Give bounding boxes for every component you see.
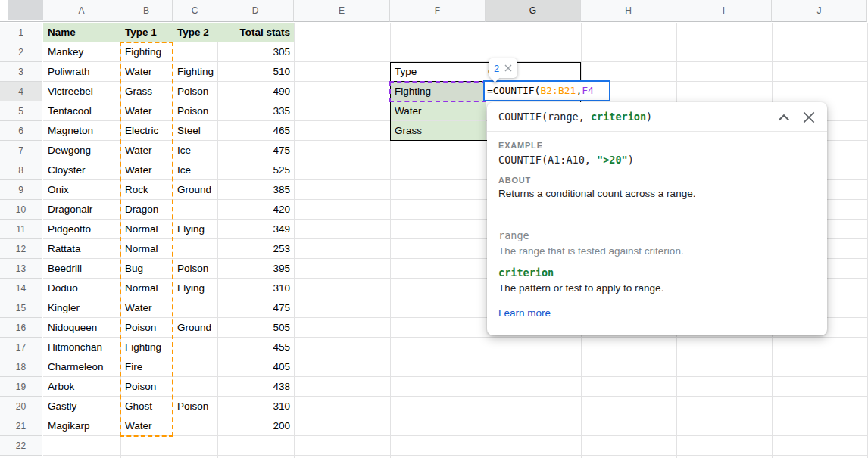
row-header-4[interactable]: 4 <box>0 82 42 101</box>
cell-A5[interactable]: Tentacool <box>43 101 120 120</box>
cell-D20[interactable]: 310 <box>217 397 294 416</box>
formula-editor[interactable]: =COUNTIF(B2:B21,F4 <box>483 80 610 101</box>
cell-F6[interactable]: Grass <box>390 121 486 140</box>
cell-C13[interactable]: Poison <box>173 259 217 278</box>
cell-B9[interactable]: Rock <box>120 180 173 199</box>
cell-D6[interactable]: 465 <box>217 121 294 140</box>
row-header-21[interactable]: 21 <box>0 416 42 436</box>
cell-D17[interactable]: 455 <box>217 338 294 357</box>
cell-D13[interactable]: 395 <box>217 259 294 278</box>
cell-A9[interactable]: Onix <box>43 180 120 199</box>
row-header-15[interactable]: 15 <box>0 298 42 318</box>
cell-B18[interactable]: Fire <box>120 357 173 376</box>
column-header-G[interactable]: G <box>486 0 581 22</box>
cell-A10[interactable]: Dragonair <box>43 200 120 219</box>
cell-A2[interactable]: Mankey <box>43 42 120 61</box>
cell-C6[interactable]: Steel <box>173 121 217 140</box>
cell-A13[interactable]: Beedrill <box>43 259 120 278</box>
cell-F3[interactable]: Type <box>390 62 486 81</box>
row-header-9[interactable]: 9 <box>0 180 42 200</box>
cell-D7[interactable]: 475 <box>217 141 294 160</box>
cell-F5[interactable]: Water <box>390 101 486 120</box>
row-header-2[interactable]: 2 <box>0 42 42 62</box>
cell-B12[interactable]: Normal <box>120 239 173 258</box>
cell-A18[interactable]: Charmeleon <box>43 357 120 376</box>
cell-A14[interactable]: Doduo <box>43 279 120 298</box>
cell-A7[interactable]: Dewgong <box>43 141 120 160</box>
cell-B7[interactable]: Water <box>120 141 173 160</box>
cell-A20[interactable]: Gastly <box>43 397 120 416</box>
cell-B13[interactable]: Bug <box>120 259 173 278</box>
cell-B21[interactable]: Water <box>120 416 173 435</box>
cell-C4[interactable]: Poison <box>173 82 217 101</box>
column-header-J[interactable]: J <box>772 0 867 22</box>
cell-B14[interactable]: Normal <box>120 279 173 298</box>
chevron-up-icon[interactable] <box>776 111 792 126</box>
cell-D12[interactable]: 253 <box>217 239 294 258</box>
column-header-I[interactable]: I <box>676 0 772 22</box>
header-cell-D1[interactable]: Total stats <box>217 23 294 42</box>
close-icon[interactable] <box>504 64 512 72</box>
learn-more-link[interactable]: Learn more <box>498 307 551 319</box>
cell-B3[interactable]: Water <box>120 62 173 81</box>
cell-D19[interactable]: 438 <box>217 377 294 396</box>
row-header-17[interactable]: 17 <box>0 338 42 357</box>
cell-D4[interactable]: 490 <box>217 82 294 101</box>
cell-B2[interactable]: Fighting <box>120 42 173 61</box>
header-cell-C1[interactable]: Type 2 <box>173 23 217 42</box>
row-header-7[interactable]: 7 <box>0 141 42 160</box>
cell-A15[interactable]: Kingler <box>43 298 120 317</box>
cell-C11[interactable]: Flying <box>173 220 217 238</box>
cell-A8[interactable]: Cloyster <box>43 160 120 179</box>
cell-D16[interactable]: 505 <box>217 318 294 337</box>
cell-D5[interactable]: 335 <box>217 101 294 120</box>
cell-B5[interactable]: Water <box>120 101 173 120</box>
cell-B15[interactable]: Water <box>120 298 173 317</box>
row-header-8[interactable]: 8 <box>0 160 42 180</box>
cell-B16[interactable]: Poison <box>120 318 173 337</box>
cell-A17[interactable]: Hitmonchan <box>43 338 120 357</box>
cell-A4[interactable]: Victreebel <box>43 82 120 101</box>
header-cell-B1[interactable]: Type 1 <box>120 23 173 42</box>
select-all-corner[interactable] <box>0 0 43 22</box>
cell-D21[interactable]: 200 <box>217 416 294 435</box>
row-header-11[interactable]: 11 <box>0 220 42 239</box>
cell-D15[interactable]: 475 <box>217 298 294 317</box>
cell-B6[interactable]: Electric <box>120 121 173 140</box>
cell-A6[interactable]: Magneton <box>43 121 120 140</box>
cell-C16[interactable]: Ground <box>173 318 217 337</box>
cell-B11[interactable]: Normal <box>120 220 173 238</box>
column-header-C[interactable]: C <box>173 0 217 22</box>
cell-D18[interactable]: 405 <box>217 357 294 376</box>
cell-D11[interactable]: 349 <box>217 220 294 238</box>
row-header-22[interactable]: 22 <box>0 436 42 456</box>
cell-D10[interactable]: 420 <box>217 200 294 219</box>
cell-D3[interactable]: 510 <box>217 62 294 81</box>
column-header-B[interactable]: B <box>120 0 173 22</box>
column-header-A[interactable]: A <box>43 0 120 22</box>
cell-F4[interactable]: Fighting <box>390 82 486 101</box>
cell-A19[interactable]: Arbok <box>43 377 120 396</box>
row-header-19[interactable]: 19 <box>0 377 42 397</box>
column-header-E[interactable]: E <box>294 0 390 22</box>
row-header-20[interactable]: 20 <box>0 397 42 416</box>
cell-A11[interactable]: Pidgeotto <box>43 220 120 238</box>
cell-B8[interactable]: Water <box>120 160 173 179</box>
row-header-14[interactable]: 14 <box>0 279 42 298</box>
cell-A16[interactable]: Nidoqueen <box>43 318 120 337</box>
row-header-1[interactable]: 1 <box>0 23 42 42</box>
cell-B17[interactable]: Fighting <box>120 338 173 357</box>
cell-C7[interactable]: Ice <box>173 141 217 160</box>
row-header-10[interactable]: 10 <box>0 200 42 220</box>
column-header-F[interactable]: F <box>390 0 486 22</box>
cell-B10[interactable]: Dragon <box>120 200 173 219</box>
cell-B20[interactable]: Ghost <box>120 397 173 416</box>
cell-C5[interactable]: Poison <box>173 101 217 120</box>
cell-C3[interactable]: Fighting <box>173 62 217 81</box>
cell-C9[interactable]: Ground <box>173 180 217 199</box>
cell-D2[interactable]: 305 <box>217 42 294 61</box>
cell-A3[interactable]: Poliwrath <box>43 62 120 81</box>
header-cell-A1[interactable]: Name <box>43 23 120 42</box>
cell-C20[interactable]: Poison <box>173 397 217 416</box>
row-header-13[interactable]: 13 <box>0 259 42 279</box>
